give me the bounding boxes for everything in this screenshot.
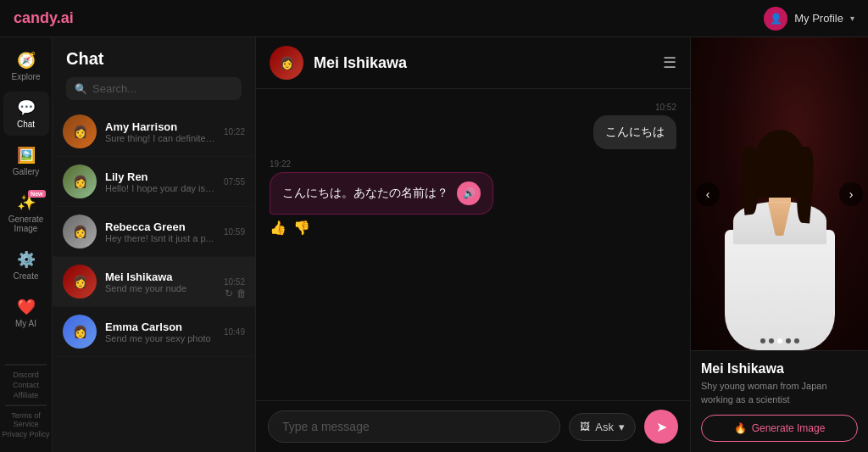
chat-list-panel: Chat 🔍 👩 Amy Harrison Sure thing! I can … bbox=[53, 37, 256, 452]
sidebar-item-gallery[interactable]: 🖼️ Gallery bbox=[3, 139, 49, 183]
terms-link[interactable]: Terms of Service bbox=[0, 411, 52, 428]
privacy-link[interactable]: Privacy Policy bbox=[2, 430, 49, 438]
carousel-dot-2[interactable] bbox=[769, 338, 774, 343]
portrait-container: ‹ › bbox=[691, 37, 868, 350]
message-group-left: 19:22 こんにちは。あなたの名前は？ 🔊 👍 👎 bbox=[270, 159, 676, 236]
profile-avatar: 👤 bbox=[764, 7, 787, 31]
ask-label: Ask bbox=[595, 421, 614, 433]
sidebar-item-create[interactable]: ⚙️ Create bbox=[3, 243, 49, 287]
refresh-icon[interactable]: ↻ bbox=[225, 287, 233, 299]
chat-info-emma: Emma Carlson Send me your sexy photo bbox=[105, 321, 215, 343]
chat-messages: 10:52 こんにちは 19:22 こんにちは。あなたの名前は？ 🔊 👍 👎 bbox=[256, 89, 690, 400]
chat-list-item-amy[interactable]: 👩 Amy Harrison Sure thing! I can definit… bbox=[53, 107, 255, 157]
chat-name-rebecca: Rebecca Green bbox=[105, 220, 215, 233]
bubble-left-1: こんにちは。あなたの名前は？ 🔊 bbox=[270, 172, 493, 215]
carousel-dot-4[interactable] bbox=[786, 338, 791, 343]
chat-time-amy: 10:22 bbox=[224, 127, 245, 137]
chat-time-emma: 10:49 bbox=[224, 327, 245, 337]
msg-time-1: 10:52 bbox=[655, 103, 676, 112]
carousel-prev-button[interactable]: ‹ bbox=[696, 182, 720, 206]
msg-time-2: 19:22 bbox=[270, 159, 291, 169]
right-panel: ‹ › Mei Ishikawa Shy young woman from Ja… bbox=[690, 37, 868, 452]
chat-preview-amy: Sure thing! I can definitel... bbox=[105, 133, 215, 143]
msg-reactions: 👍 👎 bbox=[270, 220, 310, 236]
chat-list-items: 👩 Amy Harrison Sure thing! I can definit… bbox=[53, 107, 255, 452]
chat-actions-mei: ↻ 🗑 bbox=[225, 287, 247, 299]
sidebar-label-chat: Chat bbox=[17, 120, 35, 129]
bubble-right-1: こんにちは bbox=[593, 115, 676, 149]
delete-icon[interactable]: 🗑 bbox=[236, 287, 247, 299]
sidebar-item-chat[interactable]: 💬 Chat bbox=[3, 92, 49, 136]
chat-name-amy: Amy Harrison bbox=[105, 120, 215, 133]
character-image-area: ‹ › bbox=[691, 37, 868, 350]
carousel-dots bbox=[760, 338, 799, 343]
chat-info-mei: Mei Ishikawa Send me your nude bbox=[105, 271, 215, 293]
sidebar-label-gallery: Gallery bbox=[13, 167, 40, 176]
main-layout: 🧭 Explore 💬 Chat 🖼️ Gallery New ✨ Genera… bbox=[0, 37, 868, 452]
affiliate-link[interactable]: Affiliate bbox=[14, 391, 38, 399]
avatar-amy: 👩 bbox=[63, 114, 97, 148]
new-badge: New bbox=[28, 190, 45, 198]
search-box[interactable]: 🔍 bbox=[66, 77, 242, 100]
chat-header: 👩 Mei Ishikawa ☰ bbox=[256, 37, 690, 89]
chat-list-item-emma[interactable]: 👩 Emma Carlson Send me your sexy photo 1… bbox=[53, 307, 255, 357]
chat-info-amy: Amy Harrison Sure thing! I can definitel… bbox=[105, 120, 215, 143]
message-group-right: 10:52 こんにちは bbox=[270, 103, 676, 149]
audio-play-button[interactable]: 🔊 bbox=[457, 181, 481, 205]
chat-preview-mei: Send me your nude bbox=[105, 283, 215, 293]
chat-time-lily: 07:55 bbox=[224, 177, 245, 187]
chat-info-rebecca: Rebecca Green Hey there! Isnt it just a … bbox=[105, 220, 215, 243]
carousel-dot-1[interactable] bbox=[760, 338, 765, 343]
character-desc: Shy young woman from Japan working as a … bbox=[701, 380, 858, 406]
character-name: Mei Ishikawa bbox=[701, 361, 858, 377]
profile-menu[interactable]: 👤 My Profile ▾ bbox=[764, 7, 854, 31]
chat-list-item-rebecca[interactable]: 👩 Rebecca Green Hey there! Isnt it just … bbox=[53, 207, 255, 257]
chat-list-title: Chat bbox=[66, 49, 242, 69]
thumbs-down-button[interactable]: 👎 bbox=[293, 220, 310, 236]
carousel-dot-5[interactable] bbox=[794, 338, 799, 343]
send-icon: ➤ bbox=[656, 419, 667, 435]
generate-image-button[interactable]: 🔥 Generate Image bbox=[701, 415, 858, 442]
chat-header-name: Mei Ishikawa bbox=[314, 54, 653, 72]
chat-menu-icon[interactable]: ☰ bbox=[663, 53, 676, 72]
profile-label: My Profile bbox=[794, 12, 843, 25]
left-sidebar: 🧭 Explore 💬 Chat 🖼️ Gallery New ✨ Genera… bbox=[0, 37, 53, 452]
sidebar-item-generate[interactable]: New ✨ Generate Image bbox=[3, 187, 49, 240]
chat-list-header: Chat 🔍 bbox=[53, 37, 255, 107]
explore-icon: 🧭 bbox=[17, 51, 36, 70]
message-input[interactable] bbox=[268, 410, 560, 443]
contact-link[interactable]: Contact bbox=[13, 381, 39, 389]
chat-header-avatar: 👩 bbox=[270, 46, 303, 80]
search-input[interactable] bbox=[92, 82, 233, 95]
sidebar-item-explore[interactable]: 🧭 Explore bbox=[3, 44, 49, 88]
chat-input-area: 🖼 Ask ▾ ➤ bbox=[256, 400, 690, 452]
avatar-lily: 👩 bbox=[63, 165, 97, 198]
character-info: Mei Ishikawa Shy young woman from Japan … bbox=[691, 350, 868, 452]
generate-image-label: Generate Image bbox=[752, 422, 826, 434]
gallery-icon: 🖼️ bbox=[17, 146, 36, 165]
chat-preview-rebecca: Hey there! Isnt it just a p... bbox=[105, 233, 215, 243]
my-ai-icon: ❤️ bbox=[17, 298, 36, 316]
sidebar-item-my-ai[interactable]: ❤️ My AI bbox=[3, 291, 49, 335]
avatar-mei: 👩 bbox=[63, 265, 97, 299]
chat-list-item-lily[interactable]: 👩 Lily Ren Hello! I hope your day is g..… bbox=[53, 157, 255, 207]
thumbs-up-button[interactable]: 👍 bbox=[270, 220, 287, 236]
chat-list-item-mei[interactable]: 👩 Mei Ishikawa Send me your nude 10:52 ↻… bbox=[53, 257, 255, 307]
sidebar-label-my-ai: My AI bbox=[15, 319, 36, 328]
logo-text: candy.ai bbox=[14, 9, 74, 26]
discord-link[interactable]: Discord bbox=[13, 371, 39, 379]
create-icon: ⚙️ bbox=[17, 250, 36, 269]
logo[interactable]: candy.ai bbox=[14, 9, 74, 27]
ask-button[interactable]: 🖼 Ask ▾ bbox=[569, 413, 636, 441]
image-icon: 🖼 bbox=[580, 421, 590, 432]
avatar-rebecca: 👩 bbox=[63, 215, 97, 248]
speaker-icon: 🔊 bbox=[463, 187, 476, 199]
chat-name-emma: Emma Carlson bbox=[105, 321, 215, 333]
chat-main: 👩 Mei Ishikawa ☰ 10:52 こんにちは 19:22 こんにちは… bbox=[256, 37, 690, 452]
bubble-left-text: こんにちは。あなたの名前は？ bbox=[282, 185, 448, 202]
carousel-next-button[interactable]: › bbox=[839, 182, 863, 206]
chat-info-lily: Lily Ren Hello! I hope your day is g... bbox=[105, 170, 215, 193]
carousel-dot-3[interactable] bbox=[777, 338, 782, 343]
sidebar-label-explore: Explore bbox=[12, 72, 41, 81]
send-button[interactable]: ➤ bbox=[644, 410, 678, 444]
